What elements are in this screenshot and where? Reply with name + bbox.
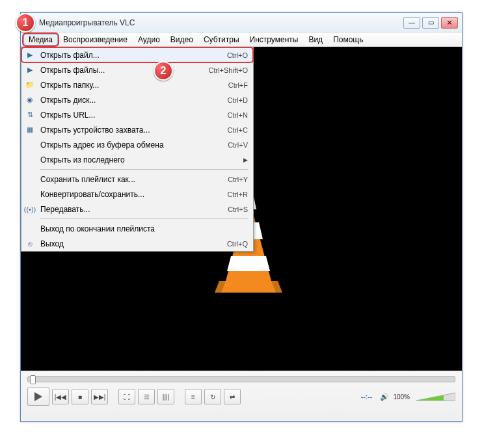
- window-buttons: — ▭ ×: [403, 17, 458, 29]
- speaker-icon[interactable]: 🔊: [380, 393, 389, 401]
- stream-icon: ((•)): [25, 204, 35, 215]
- callout-1: 1: [16, 13, 35, 33]
- volume-slider[interactable]: [416, 391, 455, 402]
- menu-view[interactable]: Вид: [303, 34, 328, 46]
- stop-button[interactable]: ■: [72, 389, 88, 404]
- shuffle-button[interactable]: ⇄: [224, 389, 241, 404]
- menubar: Медиа Воспроизведение Аудио Видео Субтит…: [21, 33, 462, 47]
- menu-item-shortcut: Ctrl+V: [228, 141, 248, 149]
- minimize-button[interactable]: —: [403, 17, 420, 29]
- menu-open-recent[interactable]: Открыть из последнего ▶: [21, 152, 253, 167]
- menu-item-label: Открыть устройство захвата...: [40, 125, 228, 135]
- menu-stream[interactable]: ((•)) Передавать... Ctrl+S: [21, 202, 253, 217]
- menu-item-label: Открыть диск...: [40, 96, 228, 105]
- play-file-icon: ▶: [25, 50, 35, 60]
- loop-button[interactable]: ↻: [204, 389, 221, 404]
- menu-item-label: Выход: [40, 239, 227, 248]
- seek-bar[interactable]: [27, 376, 455, 382]
- menu-item-label: Открыть адрес из буфера обмена: [40, 140, 228, 150]
- menu-item-shortcut: Ctrl+F: [228, 81, 248, 89]
- playlist-button[interactable]: ≡: [185, 389, 202, 404]
- menu-item-shortcut: Ctrl+R: [228, 191, 248, 198]
- clipboard-icon: [25, 140, 35, 150]
- close-button[interactable]: ×: [441, 17, 458, 29]
- volume-label: 100%: [393, 393, 410, 401]
- window-title: Медиапроигрыватель VLC: [39, 18, 403, 27]
- exit-icon: ⎋: [25, 239, 35, 249]
- menu-help[interactable]: Помощь: [328, 34, 368, 46]
- callout-2: 2: [154, 61, 173, 81]
- menu-open-folder[interactable]: 📁 Открыть папку... Ctrl+F: [21, 77, 253, 92]
- folder-icon: 📁: [25, 80, 35, 90]
- extended-settings-button[interactable]: ☰: [138, 389, 155, 404]
- menu-item-shortcut: Ctrl+S: [228, 205, 248, 213]
- menu-open-clipboard[interactable]: Открыть адрес из буфера обмена Ctrl+V: [21, 137, 253, 152]
- menu-convert[interactable]: Конвертировать/сохранить... Ctrl+R: [21, 187, 253, 202]
- menu-open-disc[interactable]: ◉ Открыть диск... Ctrl+D: [21, 92, 253, 107]
- menu-media[interactable]: Медиа: [23, 34, 58, 46]
- fullscreen-button[interactable]: ⛶: [118, 389, 135, 404]
- controls-panel: |◀◀ ■ ▶▶| ⛶ ☰ |||| ≡ ↻ ⇄ --:-- 🔊 100%: [21, 371, 462, 421]
- menu-quit-after[interactable]: Выход по окончании плейлиста: [21, 221, 253, 236]
- equalizer-button[interactable]: ||||: [157, 389, 174, 404]
- menu-item-shortcut: Ctrl+D: [228, 96, 248, 104]
- chevron-right-icon: ▶: [243, 157, 248, 163]
- svg-marker-9: [34, 392, 42, 401]
- seek-thumb[interactable]: [30, 375, 36, 384]
- menu-item-label: Сохранить плейлист как...: [40, 175, 228, 184]
- menu-item-shortcut: Ctrl+Shift+O: [208, 66, 248, 74]
- menu-item-shortcut: Ctrl+N: [228, 111, 248, 119]
- menu-item-label: Открыть из последнего: [40, 155, 239, 165]
- menu-open-file[interactable]: ▶ Открыть файл... Ctrl+O: [21, 47, 253, 62]
- menu-open-capture[interactable]: ▦ Открыть устройство захвата... Ctrl+C: [21, 122, 253, 137]
- menu-open-url[interactable]: ⇅ Открыть URL... Ctrl+N: [21, 107, 253, 122]
- vlc-window: Медиапроигрыватель VLC — ▭ × Медиа Воспр…: [20, 12, 463, 422]
- play-button[interactable]: [27, 388, 49, 406]
- menu-quit[interactable]: ⎋ Выход Ctrl+Q: [21, 236, 253, 251]
- menu-separator: [40, 218, 248, 219]
- titlebar: Медиапроигрыватель VLC — ▭ ×: [21, 13, 462, 33]
- menu-item-label: Открыть URL...: [40, 111, 228, 120]
- svg-marker-8: [221, 281, 276, 293]
- prev-button[interactable]: |◀◀: [52, 389, 69, 404]
- menu-video[interactable]: Видео: [165, 34, 198, 46]
- menu-item-shortcut: Ctrl+Q: [227, 240, 248, 248]
- menu-playback[interactable]: Воспроизведение: [58, 34, 133, 46]
- menu-separator: [40, 169, 248, 170]
- menu-open-files[interactable]: ▶ Открыть файлы... Ctrl+Shift+O: [21, 62, 253, 77]
- capture-icon: ▦: [25, 125, 35, 135]
- current-time: --:--: [361, 393, 373, 401]
- maximize-button[interactable]: ▭: [422, 17, 439, 29]
- menu-audio[interactable]: Аудио: [133, 34, 165, 46]
- menu-item-shortcut: Ctrl+Y: [228, 176, 248, 183]
- menu-item-shortcut: Ctrl+C: [228, 126, 248, 134]
- menu-subtitles[interactable]: Субтитры: [198, 34, 245, 46]
- disc-icon: ◉: [25, 95, 35, 105]
- media-dropdown: ▶ Открыть файл... Ctrl+O ▶ Открыть файлы…: [21, 47, 254, 252]
- next-button[interactable]: ▶▶|: [91, 389, 108, 404]
- menu-item-label: Выход по окончании плейлиста: [40, 224, 248, 233]
- menu-item-label: Открыть файл...: [40, 51, 227, 60]
- menu-save-playlist[interactable]: Сохранить плейлист как... Ctrl+Y: [21, 172, 253, 187]
- svg-marker-6: [227, 256, 270, 271]
- menu-tools[interactable]: Инструменты: [245, 34, 304, 46]
- menu-item-shortcut: Ctrl+O: [227, 51, 248, 59]
- network-icon: ⇅: [25, 110, 35, 120]
- menu-item-label: Конвертировать/сохранить...: [40, 190, 228, 199]
- menu-item-label: Передавать...: [40, 205, 228, 214]
- menu-item-label: Открыть папку...: [40, 81, 228, 90]
- play-files-icon: ▶: [25, 65, 35, 75]
- menu-item-label: Открыть файлы...: [40, 66, 208, 75]
